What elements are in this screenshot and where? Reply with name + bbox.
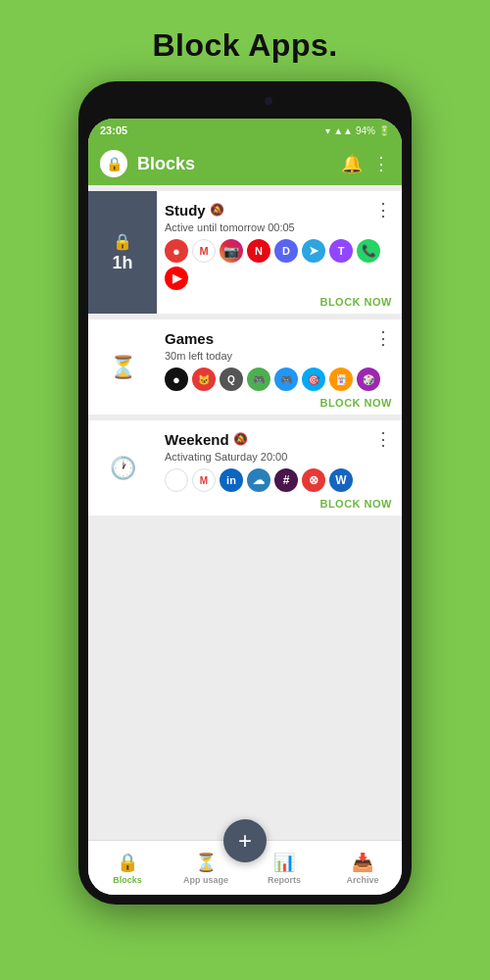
nav-item-archive[interactable]: 📥 Archive — [323, 852, 402, 885]
bottom-nav: 🔒 Blocks ⏳ App usage + 📊 Reports 📥 Archi… — [88, 840, 402, 895]
wifi-icon: ▾ — [325, 125, 330, 136]
fab-plus-icon: + — [238, 827, 252, 855]
status-time: 23:05 — [100, 124, 127, 136]
app-icon-gmail: M — [192, 239, 216, 263]
app-icon-discord: D — [274, 239, 298, 263]
app-icon-cloud: ☁ — [247, 468, 270, 492]
app-icon-telegram: ➤ — [302, 239, 325, 263]
app-icons-study: ● M 📷 N D ➤ T 📞 ▶ — [165, 239, 394, 290]
block-name-study: Study 🔕 — [165, 202, 224, 219]
block-now-study[interactable]: BLOCK NOW — [165, 296, 394, 308]
app-icon-linkedin: in — [220, 468, 243, 492]
app-icon-game5: 🎲 — [357, 368, 380, 391]
lock-icon: 🔒 — [113, 232, 132, 251]
app-icon-game1: 🎮 — [247, 368, 270, 391]
app-icon-slack: # — [274, 468, 298, 492]
clock-icon: 🕐 — [110, 456, 136, 481]
page-title: Block Apps. — [152, 27, 337, 64]
app-icon-kitty: 🐱 — [192, 368, 216, 391]
block-now-weekend[interactable]: BLOCK NOW — [165, 498, 394, 510]
block-name-games: Games — [165, 330, 214, 347]
bell-icon[interactable]: 🔔 — [341, 153, 363, 174]
mute-icon-weekend: 🔕 — [233, 432, 248, 446]
blocks-nav-label: Blocks — [113, 875, 142, 885]
app-usage-nav-label: App usage — [183, 875, 228, 885]
app-logo: 🔒 — [100, 150, 127, 177]
block-card-right-study: Study 🔕 ⋮ Active until tomorrow 00:05 ● … — [157, 191, 402, 314]
app-bar: 🔒 Blocks 🔔 ⋮ — [88, 142, 402, 185]
block-menu-weekend[interactable]: ⋮ — [372, 428, 394, 450]
battery-percent: 94% — [356, 125, 375, 136]
app-icon-game3: 🎯 — [302, 368, 325, 391]
app-icons-games: ● 🐱 Q 🎮 🎮 🎯 🃏 🎲 — [165, 368, 394, 391]
app-icon-chrome: ● — [165, 239, 188, 263]
app-icons-weekend: ▲ M in ☁ # ⊗ W — [165, 468, 394, 492]
app-usage-nav-icon: ⏳ — [195, 852, 217, 873]
block-card-right-games: Games ⋮ 30m left today ● 🐱 Q 🎮 🎮 🎯 🃏 🎲 — [157, 319, 402, 415]
status-bar: 23:05 ▾ ▲▲ 94% 🔋 — [88, 119, 402, 142]
app-icon-bullet: ● — [165, 368, 188, 391]
overflow-menu-icon[interactable]: ⋮ — [372, 153, 390, 174]
block-now-games[interactable]: BLOCK NOW — [165, 397, 394, 409]
mute-icon-study: 🔕 — [210, 203, 224, 217]
app-icon-twitch: T — [329, 239, 353, 263]
app-icon-qr: Q — [220, 368, 243, 391]
app-icon-netflix: N — [247, 239, 270, 263]
reports-nav-label: Reports — [268, 875, 301, 885]
app-bar-title: Blocks — [137, 154, 331, 174]
block-card-right-weekend: Weekend 🔕 ⋮ Activating Saturday 20:00 ▲ … — [157, 420, 402, 515]
signal-icon: ▲▲ — [333, 125, 353, 136]
time-badge-study: 1h — [112, 253, 132, 273]
app-icon-whatsapp: 📞 — [357, 239, 380, 263]
block-menu-games[interactable]: ⋮ — [372, 327, 394, 349]
fab-button[interactable]: + — [223, 819, 267, 862]
block-card-left-games: ⏳ — [88, 319, 157, 415]
app-icon-wk2: W — [329, 468, 353, 492]
app-icon-instagram: 📷 — [220, 239, 243, 263]
block-card-weekend: 🕐 Weekend 🔕 ⋮ Activating Saturday 20:00 … — [88, 420, 402, 515]
battery-icon: 🔋 — [378, 125, 390, 136]
fab-container: + — [223, 819, 267, 862]
block-card-left-weekend: 🕐 — [88, 420, 157, 515]
phone-device: 23:05 ▾ ▲▲ 94% 🔋 🔒 Blocks 🔔 ⋮ 🔒 — [78, 81, 412, 905]
app-icon-youtube: ▶ — [165, 267, 188, 290]
phone-screen: 23:05 ▾ ▲▲ 94% 🔋 🔒 Blocks 🔔 ⋮ 🔒 — [88, 119, 402, 895]
content-area: 🔒 1h Study 🔕 ⋮ Active until tomorrow 00:… — [88, 185, 402, 840]
app-icon-game4: 🃏 — [329, 368, 353, 391]
block-menu-study[interactable]: ⋮ — [372, 199, 394, 220]
app-icon-game2: 🎮 — [274, 368, 298, 391]
hourglass-icon: ⏳ — [110, 355, 136, 380]
blocks-nav-icon: 🔒 — [117, 852, 138, 873]
block-status-weekend: Activating Saturday 20:00 — [165, 451, 394, 463]
block-status-games: 30m left today — [165, 350, 394, 362]
archive-nav-icon: 📥 — [352, 852, 373, 873]
block-status-study: Active until tomorrow 00:05 — [165, 221, 394, 233]
nav-item-blocks[interactable]: 🔒 Blocks — [88, 852, 167, 885]
block-card-study: 🔒 1h Study 🔕 ⋮ Active until tomorrow 00:… — [88, 191, 402, 314]
empty-area — [88, 521, 402, 834]
app-icon-gmail2: M — [192, 468, 216, 492]
block-card-games: ⏳ Games ⋮ 30m left today ● 🐱 Q 🎮 — [88, 319, 402, 415]
block-name-weekend: Weekend 🔕 — [165, 431, 248, 448]
block-card-left-study: 🔒 1h — [88, 191, 157, 314]
app-icon-gdrive: ▲ — [165, 468, 188, 492]
app-icon-wk1: ⊗ — [302, 468, 325, 492]
reports-nav-icon: 📊 — [273, 852, 295, 873]
archive-nav-label: Archive — [346, 875, 378, 885]
